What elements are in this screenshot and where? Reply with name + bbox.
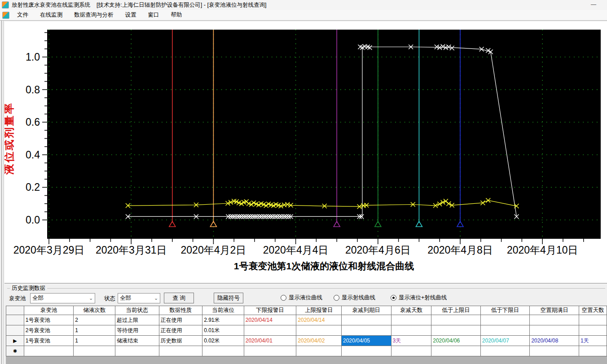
- pool-filter-combobox[interactable]: 全部 ⌄: [30, 293, 95, 303]
- radio-0[interactable]: 显示液位曲线: [281, 294, 322, 302]
- table-cell[interactable]: [244, 325, 296, 336]
- row-selector[interactable]: [6, 325, 24, 336]
- table-cell[interactable]: 正在使用: [159, 315, 202, 325]
- table-cell[interactable]: [159, 346, 202, 356]
- table-cell[interactable]: 正在使用: [159, 325, 202, 336]
- menu-item-0[interactable]: 文件: [11, 10, 34, 20]
- table-cell[interactable]: 0.01米: [202, 325, 244, 336]
- table-cell[interactable]: 0.02米: [202, 336, 244, 346]
- table-cell[interactable]: [530, 315, 579, 325]
- menu-item-1[interactable]: 在线监测: [34, 10, 68, 20]
- radio-icon[interactable]: [334, 295, 339, 301]
- child-window-icon[interactable]: [2, 12, 9, 19]
- table-cell[interactable]: 1: [74, 325, 115, 336]
- status-filter-combobox[interactable]: 全部 ⌄: [118, 293, 160, 303]
- table-cell[interactable]: 2: [74, 315, 115, 325]
- table-cell[interactable]: [431, 325, 481, 336]
- chart-panel: 2020年3月29日2020年3月31日2020年4月2日2020年4月4日20…: [4, 22, 607, 282]
- history-table: 衰变池储液次数当前状态数据性质当前液位下限报警日上限报警日衰减到期日衰减天数低于…: [6, 306, 607, 356]
- column-header[interactable]: 储液次数: [74, 306, 115, 315]
- table-cell[interactable]: [530, 346, 579, 356]
- table-cell[interactable]: 1号衰变池: [24, 336, 74, 346]
- radio-2[interactable]: 显示液位+射线曲线: [391, 294, 447, 302]
- table-cell[interactable]: 2020/04/05: [341, 336, 391, 346]
- table-cell[interactable]: [74, 346, 115, 356]
- column-header[interactable]: 数据性质: [159, 306, 202, 315]
- column-header[interactable]: 上限报警日: [296, 306, 342, 315]
- table-cell[interactable]: [480, 315, 530, 325]
- table-cell[interactable]: [202, 346, 244, 356]
- table-cell[interactable]: 储液结束: [115, 336, 159, 346]
- radio-1[interactable]: 显示射线曲线: [334, 294, 375, 302]
- table-cell[interactable]: [431, 315, 481, 325]
- chart-title: 1号衰变池第1次储液的液位和射线混合曲线: [234, 261, 414, 271]
- hide-symbols-button[interactable]: 隐藏符号: [214, 293, 243, 303]
- table-row: 1号衰变池2超过上限正在使用2.91米2020/04/142020/04/14: [6, 315, 607, 325]
- column-header[interactable]: 下限报警日: [244, 306, 296, 315]
- table-cell[interactable]: [579, 325, 607, 336]
- table-cell[interactable]: [391, 315, 431, 325]
- column-header[interactable]: 衰减到期日: [341, 306, 391, 315]
- minimize-button[interactable]: —: [591, 1, 596, 8]
- table-cell[interactable]: 2020/04/14: [296, 315, 342, 325]
- table-cell[interactable]: [115, 346, 159, 356]
- column-header[interactable]: 当前液位: [202, 306, 244, 315]
- table-cell[interactable]: [244, 346, 296, 356]
- row-selector[interactable]: ▶: [6, 336, 24, 346]
- table-cell[interactable]: [579, 346, 607, 356]
- table-cell[interactable]: 1: [74, 336, 115, 346]
- radio-selected-icon[interactable]: [391, 295, 396, 301]
- radio-icon[interactable]: [281, 295, 286, 301]
- table-cell[interactable]: 等待使用: [115, 325, 159, 336]
- table-cell[interactable]: 2号衰变池: [24, 325, 74, 336]
- table-cell[interactable]: [341, 325, 391, 336]
- row-selector[interactable]: [6, 315, 24, 325]
- table-cell[interactable]: 2020/04/01: [244, 336, 296, 346]
- column-header[interactable]: 衰变池: [24, 306, 74, 315]
- menu-item-4[interactable]: 窗口: [142, 10, 165, 20]
- table-cell[interactable]: 超过上限: [115, 315, 159, 325]
- table-cell[interactable]: 2.91米: [202, 315, 244, 325]
- row-selector[interactable]: ✱: [6, 346, 24, 356]
- menu-item-2[interactable]: 数据查询与分析: [68, 10, 119, 20]
- table-cell[interactable]: 2020/04/14: [244, 315, 296, 325]
- table-cell[interactable]: 1号衰变池: [24, 315, 74, 325]
- history-data-panel: 历史监测数据 衰变池 全部 ⌄ 状态 全部 ⌄ 查 询 隐藏符号 显示液位曲线显…: [4, 283, 607, 364]
- table-cell[interactable]: [24, 346, 74, 356]
- table-cell[interactable]: [391, 346, 431, 356]
- table-cell[interactable]: [579, 315, 607, 325]
- table-cell[interactable]: [431, 346, 481, 356]
- table-cell[interactable]: [391, 325, 431, 336]
- x-tick-label: 2020年4月2日: [181, 244, 246, 256]
- table-cell[interactable]: 2020/04/07: [480, 336, 530, 346]
- window-title: 放射性废水衰变池在线监测系统 [技术支持:上海仁日辐射防护设备有限公司] - […: [12, 1, 266, 9]
- radio-label: 显示液位+射线曲线: [399, 294, 447, 302]
- table-cell[interactable]: 1天: [579, 336, 607, 346]
- column-header[interactable]: 空置期满日: [530, 306, 579, 315]
- mdi-left-border-inner: [3, 21, 4, 364]
- menu-item-3[interactable]: 设置: [119, 10, 142, 20]
- x-tick-label: 2020年4月8日: [427, 244, 493, 256]
- query-button[interactable]: 查 询: [164, 293, 194, 303]
- column-header[interactable]: 当前状态: [115, 306, 159, 315]
- table-cell[interactable]: [341, 315, 391, 325]
- table-cell[interactable]: [530, 325, 579, 336]
- pool-filter-value: 全部: [31, 294, 87, 302]
- chevron-down-icon: ⌄: [87, 295, 95, 301]
- table-cell[interactable]: [341, 346, 391, 356]
- table-cell[interactable]: 3天: [391, 336, 431, 346]
- table-cell[interactable]: 2020/04/08: [530, 336, 579, 346]
- column-header[interactable]: 低于上限日: [431, 306, 481, 315]
- table-cell[interactable]: 历史数据: [159, 336, 202, 346]
- column-header[interactable]: 空置天数: [579, 306, 607, 315]
- table-cell[interactable]: [480, 346, 530, 356]
- y-tick-label: 0.2: [26, 181, 40, 193]
- table-cell[interactable]: 2020/04/06: [431, 336, 481, 346]
- table-cell[interactable]: [480, 325, 530, 336]
- column-header[interactable]: 低于下限日: [480, 306, 530, 315]
- table-cell[interactable]: [296, 346, 342, 356]
- table-cell[interactable]: 2020/04/02: [296, 336, 342, 346]
- table-cell[interactable]: [296, 325, 342, 336]
- column-header[interactable]: 衰减天数: [391, 306, 431, 315]
- menu-item-5[interactable]: 帮助: [165, 10, 188, 20]
